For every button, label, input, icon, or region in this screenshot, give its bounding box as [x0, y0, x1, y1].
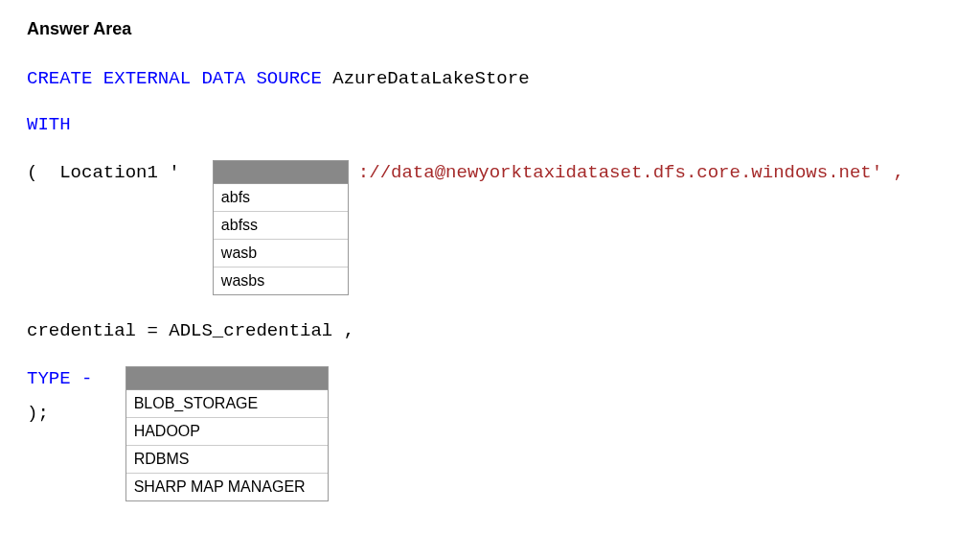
keyword-source: SOURCE	[256, 68, 321, 89]
dropdown-item-sharpmap[interactable]: SHARP MAP MANAGER	[126, 474, 328, 500]
location-row: ( Location1 ' abfs abfss wasb wasbs ://d…	[27, 160, 953, 295]
dropdown-header[interactable]	[126, 367, 328, 390]
location-url-suffix: ://data@newyorktaxidataset.dfs.core.wind…	[358, 160, 904, 183]
keyword-data: DATA	[201, 68, 245, 89]
create-statement: CREATE EXTERNAL DATA SOURCE AzureDataLak…	[27, 68, 953, 89]
dropdown-header[interactable]	[214, 161, 348, 184]
dropdown-item-blob[interactable]: BLOB_STORAGE	[126, 390, 328, 418]
keyword-create: CREATE	[27, 68, 92, 89]
type-label: TYPE -	[27, 366, 125, 389]
credential-text: credential = ADLS_credential ,	[27, 320, 354, 341]
location-prefix: ( Location1 '	[27, 160, 213, 183]
with-keyword: WITH	[27, 114, 953, 135]
dropdown-item-wasb[interactable]: wasb	[214, 240, 348, 268]
datasource-name: AzureDataLakeStore	[332, 68, 529, 89]
keyword-with: WITH	[27, 114, 71, 135]
dropdown-item-abfs[interactable]: abfs	[214, 184, 348, 212]
page-title: Answer Area	[27, 19, 953, 39]
dropdown-item-rdbms[interactable]: RDBMS	[126, 446, 328, 474]
dropdown-item-hadoop[interactable]: HADOOP	[126, 418, 328, 446]
type-row: TYPE - ); BLOB_STORAGE HADOOP RDBMS SHAR…	[27, 366, 953, 501]
location-scheme-dropdown[interactable]: abfs abfss wasb wasbs	[213, 160, 349, 295]
keyword-external: EXTERNAL	[103, 68, 191, 89]
type-dropdown[interactable]: BLOB_STORAGE HADOOP RDBMS SHARP MAP MANA…	[125, 366, 329, 501]
credential-line: credential = ADLS_credential ,	[27, 320, 953, 341]
closing-paren: );	[27, 403, 125, 424]
dropdown-item-abfss[interactable]: abfss	[214, 212, 348, 240]
dropdown-item-wasbs[interactable]: wasbs	[214, 268, 348, 294]
